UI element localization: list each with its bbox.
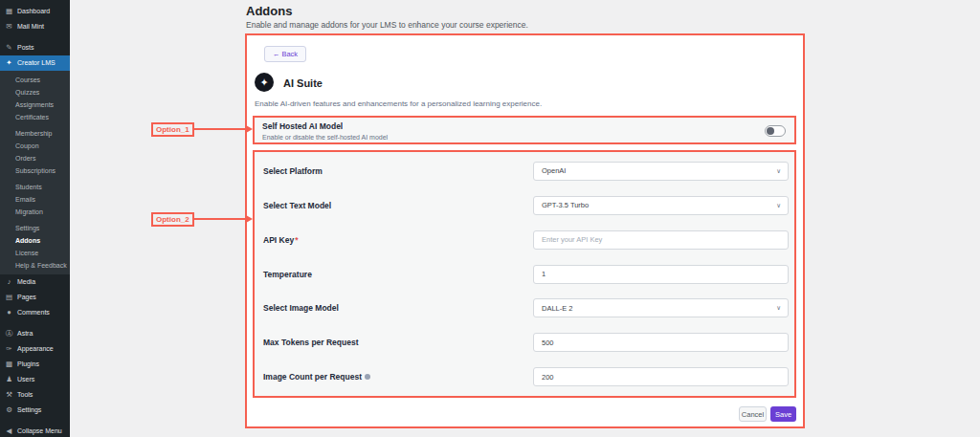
sidebar-item-comments[interactable]: ●Comments: [0, 305, 70, 320]
sidebar-item-tools[interactable]: ⚒Tools: [0, 387, 70, 403]
page-subtitle: Enable and manage addons for your LMS to…: [246, 20, 528, 30]
save-button[interactable]: Save: [770, 406, 796, 422]
select-text-model-select[interactable]: GPT-3.5 Turbo∨: [533, 196, 789, 215]
sidebar-item-creator-lms[interactable]: ✦Creator LMS: [0, 55, 70, 71]
sidebar-item-label: Creator LMS: [17, 59, 56, 67]
sidebar-item-migration[interactable]: Migration: [0, 206, 70, 218]
cancel-button[interactable]: Cancel: [739, 406, 767, 422]
annotation-option-2: Option_2: [151, 212, 194, 227]
collapse-menu-icon: ◀: [5, 427, 13, 435]
sidebar-item-help-feedback[interactable]: Help & Feedback: [0, 259, 70, 272]
required-asterisk: *: [295, 235, 298, 245]
media-icon: ♪: [5, 278, 13, 286]
sidebar-item-plugins[interactable]: ▩Plugins: [0, 357, 70, 372]
image-count-per-request-input[interactable]: 200: [533, 367, 789, 386]
sidebar-item-media[interactable]: ♪Media: [0, 274, 70, 290]
sidebar-item-appearance[interactable]: ✑Appearance: [0, 341, 70, 357]
input-value: 200: [542, 373, 554, 382]
sidebar-item-mail-mint[interactable]: ✉Mail Mint: [0, 19, 70, 34]
sidebar-item-subscriptions[interactable]: Subscriptions: [0, 164, 70, 177]
sidebar-item-label: Dashboard: [17, 8, 50, 15]
field-label: Select Image Model: [263, 303, 339, 313]
selected-value: GPT-3.5 Turbo: [542, 201, 589, 209]
chevron-down-icon: ∨: [776, 202, 781, 209]
self-hosted-title: Self Hosted AI Model: [262, 121, 787, 131]
back-button[interactable]: ← Back: [264, 46, 306, 62]
sidebar-item-label: Settings: [17, 406, 41, 414]
sidebar-item-dashboard[interactable]: ▦Dashboard: [0, 4, 70, 19]
sidebar-item-quizzes[interactable]: Quizzes: [0, 86, 70, 98]
sidebar-item-coupon[interactable]: Coupon: [0, 140, 70, 152]
temperature-input[interactable]: 1: [533, 265, 789, 284]
select-platform-select[interactable]: OpenAI∨: [533, 162, 789, 181]
sidebar-item-label: Appearance: [17, 345, 54, 353]
creator-lms-submenu: CoursesQuizzesAssignmentsCertificatesMem…: [0, 71, 70, 274]
sidebar-item-pages[interactable]: ▤Pages: [0, 290, 70, 305]
addon-fields: Select PlatformOpenAI∨Select Text ModelG…: [253, 150, 796, 398]
field-row-max-tokens-per-request: Max Tokens per Request500: [255, 325, 794, 360]
annotation-arrow-1-line: [192, 128, 247, 130]
annotation-arrow-1-head: [246, 125, 253, 133]
sidebar-item-users[interactable]: ♟Users: [0, 372, 70, 387]
sidebar-item-label: Collapse Menu: [17, 427, 62, 435]
select-image-model-select[interactable]: DALL-E 2∨: [533, 298, 789, 317]
field-label: Image Count per Request: [263, 372, 370, 382]
sidebar-item-membership[interactable]: Membership: [0, 127, 70, 140]
comments-icon: ●: [5, 309, 13, 317]
toggle-knob: [767, 127, 774, 135]
sidebar-item-students[interactable]: Students: [0, 181, 70, 193]
sidebar-item-addons[interactable]: Addons: [0, 234, 70, 247]
sidebar-item-emails[interactable]: Emails: [0, 193, 70, 206]
self-hosted-section: Self Hosted AI Model Enable or disable t…: [253, 116, 796, 144]
appearance-icon: ✑: [5, 345, 13, 353]
sidebar-item-license[interactable]: License: [0, 247, 70, 259]
annotation-option-1: Option_1: [151, 122, 194, 137]
pages-icon: ▤: [5, 294, 13, 301]
self-hosted-toggle[interactable]: [765, 125, 786, 137]
ai-suite-icon: ✦: [255, 73, 274, 92]
sidebar-item-label: Comments: [17, 309, 50, 317]
sidebar-menu: ▦Dashboard✉Mail Mint✎Posts✦Creator LMSCo…: [0, 4, 70, 437]
users-icon: ♟: [5, 376, 13, 383]
input-value: 500: [542, 339, 554, 347]
sidebar-item-label: Tools: [17, 391, 33, 399]
sidebar-item-collapse-menu[interactable]: ◀Collapse Menu: [0, 424, 70, 437]
self-hosted-description: Enable or disable the self-hosted AI mod…: [262, 134, 787, 141]
selected-value: OpenAI: [542, 166, 566, 175]
sidebar-item-settings[interactable]: Settings: [0, 222, 70, 234]
sidebar-item-certificates[interactable]: Certificates: [0, 111, 70, 123]
creator-lms-icon: ✦: [5, 59, 13, 67]
sidebar-item-assignments[interactable]: Assignments: [0, 98, 70, 111]
sidebar-item-label: Pages: [17, 294, 36, 301]
sidebar-item-courses[interactable]: Courses: [0, 74, 70, 86]
sidebar-item-label: Media: [17, 278, 35, 286]
settings-icon: ⚙: [5, 406, 13, 414]
dashboard-icon: ▦: [5, 8, 13, 15]
max-tokens-per-request-input[interactable]: 500: [533, 333, 789, 352]
field-label: Max Tokens per Request: [263, 338, 359, 347]
chevron-down-icon: ∨: [776, 304, 781, 312]
sidebar-item-label: Mail Mint: [17, 23, 44, 31]
field-row-select-text-model: Select Text ModelGPT-3.5 Turbo∨: [255, 188, 794, 223]
sidebar-item-label: Astra: [17, 330, 33, 338]
field-label: Temperature: [263, 270, 312, 279]
api-key-input[interactable]: Enter your API Key: [533, 230, 789, 250]
field-label: Select Text Model: [263, 201, 331, 210]
page-title: Addons: [246, 4, 292, 18]
sidebar-item-label: Posts: [17, 44, 34, 52]
sidebar-item-posts[interactable]: ✎Posts: [0, 40, 70, 55]
sidebar-item-label: Plugins: [17, 361, 39, 368]
sparkle-glyph: ✦: [259, 77, 268, 88]
sidebar-item-orders[interactable]: Orders: [0, 152, 70, 164]
chevron-down-icon: ∨: [776, 167, 781, 175]
field-row-temperature: Temperature1: [255, 257, 794, 292]
info-icon: [365, 374, 370, 380]
input-value: Enter your API Key: [542, 235, 602, 244]
addon-name: AI Suite: [283, 77, 323, 89]
field-label: Select Platform: [263, 166, 323, 176]
sidebar-item-settings[interactable]: ⚙Settings: [0, 403, 70, 418]
sidebar-item-astra[interactable]: ⒶAstra: [0, 326, 70, 341]
main-content: Addons Enable and manage addons for your…: [70, 0, 980, 437]
astra-icon: Ⓐ: [5, 330, 13, 338]
tools-icon: ⚒: [5, 391, 13, 399]
